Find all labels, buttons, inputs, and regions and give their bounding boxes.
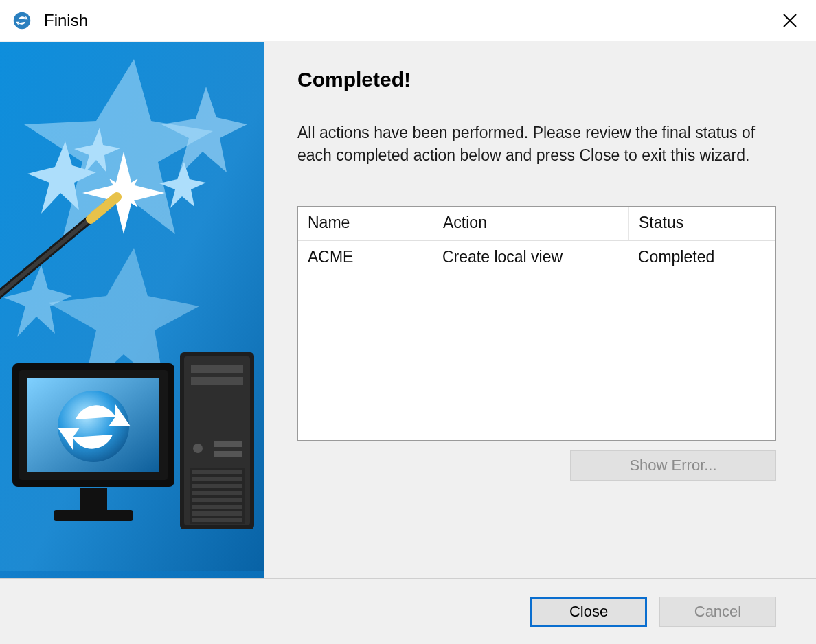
svg-rect-32 <box>192 518 242 522</box>
col-header-name[interactable]: Name <box>298 207 433 240</box>
svg-rect-31 <box>192 511 242 516</box>
dialog-footer: Close Cancel <box>0 578 816 644</box>
show-error-button: Show Error... <box>570 450 776 481</box>
sync-app-icon <box>12 11 32 30</box>
svg-rect-25 <box>192 470 242 474</box>
wizard-sidebar-image <box>0 42 264 578</box>
svg-rect-26 <box>192 477 242 481</box>
dialog-body: Completed! All actions have been perform… <box>0 41 816 578</box>
svg-rect-19 <box>191 377 243 385</box>
page-description: All actions have been performed. Please … <box>297 122 764 168</box>
svg-point-0 <box>14 12 31 30</box>
col-header-status[interactable]: Status <box>628 207 775 240</box>
svg-rect-30 <box>192 505 242 509</box>
cell-status: Completed <box>628 241 775 273</box>
svg-point-20 <box>193 444 203 453</box>
below-table-row: Show Error... <box>297 450 776 481</box>
cancel-button: Cancel <box>659 597 776 627</box>
page-heading: Completed! <box>297 68 776 91</box>
wizard-window: Finish <box>0 0 816 644</box>
table-body: ACME Create local view Completed <box>298 241 775 440</box>
window-title: Finish <box>44 11 88 30</box>
col-header-action[interactable]: Action <box>433 207 628 240</box>
cell-action: Create local view <box>433 241 628 273</box>
svg-rect-18 <box>191 365 243 373</box>
svg-rect-28 <box>192 491 242 495</box>
close-icon <box>782 13 797 28</box>
table-header-row: Name Action Status <box>298 207 775 241</box>
svg-rect-22 <box>214 451 242 457</box>
svg-rect-29 <box>192 498 242 502</box>
wizard-content: Completed! All actions have been perform… <box>264 42 816 578</box>
close-button[interactable]: Close <box>530 597 647 627</box>
window-close-button[interactable] <box>778 8 802 33</box>
svg-rect-37 <box>54 510 133 521</box>
svg-rect-36 <box>80 488 107 511</box>
svg-rect-27 <box>192 484 242 488</box>
results-table: Name Action Status ACME Create local vie… <box>297 206 776 441</box>
cell-name: ACME <box>298 241 433 273</box>
table-row[interactable]: ACME Create local view Completed <box>298 241 775 273</box>
titlebar: Finish <box>0 0 816 41</box>
svg-rect-21 <box>214 441 242 447</box>
